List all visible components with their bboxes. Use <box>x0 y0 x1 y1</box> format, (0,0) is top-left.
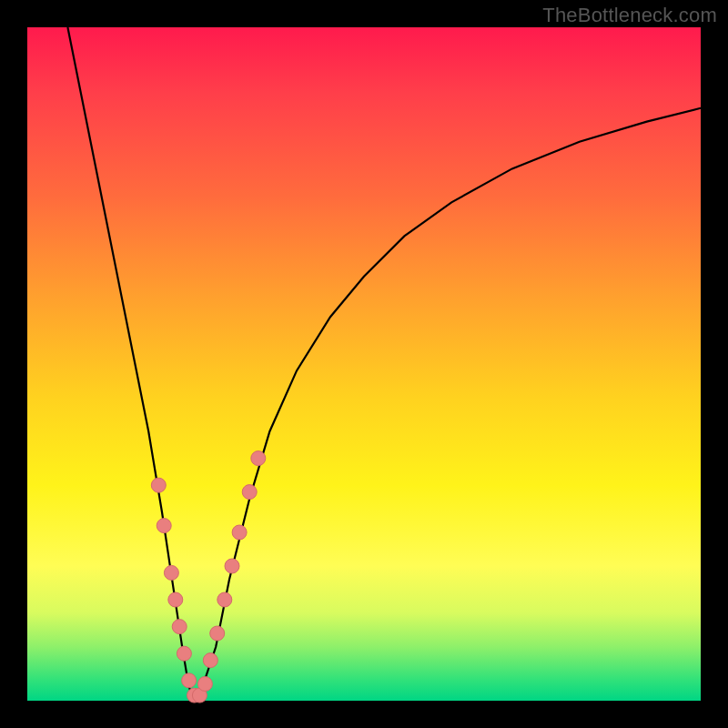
curve-marker <box>151 478 166 492</box>
chart-frame: TheBottleneck.com <box>0 0 728 728</box>
curve-markers <box>151 451 265 703</box>
curve-marker <box>242 485 257 500</box>
curve-marker <box>164 565 178 580</box>
plot-area <box>27 27 701 701</box>
curve-marker <box>217 592 232 607</box>
curve-marker <box>172 620 187 634</box>
curve-marker <box>157 519 171 533</box>
curve-marker <box>251 451 266 466</box>
bottleneck-curve <box>67 27 701 701</box>
curve-marker <box>232 525 247 540</box>
curve-marker <box>182 673 197 688</box>
bottleneck-curve-svg <box>27 27 701 701</box>
watermark-text: TheBottleneck.com <box>542 4 717 27</box>
curve-marker <box>225 559 239 573</box>
curve-marker <box>210 626 225 641</box>
curve-marker <box>168 592 183 607</box>
curve-marker <box>177 646 191 661</box>
curve-marker <box>203 653 217 668</box>
curve-marker <box>197 677 212 692</box>
